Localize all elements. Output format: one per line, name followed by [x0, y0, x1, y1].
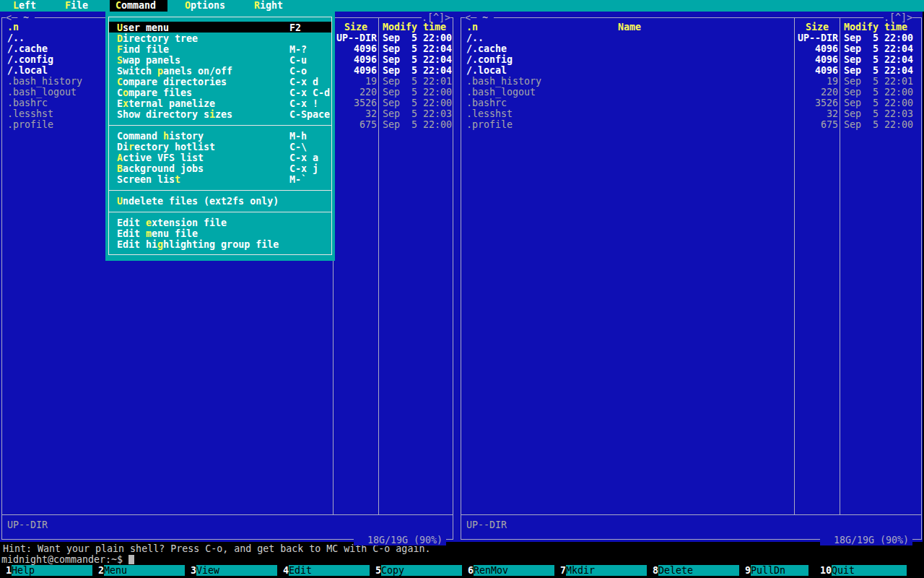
command-dropdown-menu: User menuF2Directory treeFind fileM-?Swa… — [105, 12, 335, 261]
menu-separator — [108, 190, 332, 191]
fnkey-5-copy[interactable]: Copy — [381, 565, 462, 576]
menubar-item-command[interactable]: Command — [110, 0, 167, 12]
file-size[interactable]: 220 — [751, 87, 838, 98]
menu-item-shortcut: C-x ! — [289, 98, 318, 109]
file-size[interactable]: 3526 — [751, 98, 838, 108]
file-name[interactable]: .bash_logout — [466, 87, 793, 98]
menu-item-edit-highlighting-group-file[interactable]: Edit highlighting group file — [117, 239, 325, 250]
hotkey-letter: C — [117, 77, 123, 87]
file-mtime[interactable]: Sep 5 22:00 — [844, 119, 913, 130]
file-mtime[interactable]: Sep 5 22:04 — [383, 43, 452, 54]
file-size[interactable]: 19 — [751, 76, 838, 87]
menu-item-shortcut: C-x j — [289, 163, 318, 174]
file-name[interactable]: .profile — [466, 119, 793, 130]
column-header-size[interactable]: Size — [334, 22, 378, 33]
hotkey-letter: R — [254, 0, 260, 11]
menu-separator — [108, 212, 332, 212]
file-name[interactable]: /.. — [466, 33, 793, 43]
menu-item-shortcut: C-\ — [289, 142, 307, 152]
menu-item-undelete-files-ext2fs-only[interactable]: Undelete files (ext2fs only) — [117, 196, 325, 207]
file-name[interactable]: .bashrc — [466, 98, 793, 108]
file-mtime[interactable]: Sep 5 22:00 — [383, 119, 452, 130]
menu-item-shortcut: M-h — [289, 131, 307, 142]
file-size[interactable]: UP--DIR — [751, 33, 838, 43]
file-mtime[interactable]: Sep 5 22:04 — [844, 54, 913, 65]
file-size[interactable]: 4096 — [751, 65, 838, 76]
file-mtime[interactable]: Sep 5 22:00 — [383, 87, 452, 98]
fnkey-1-help[interactable]: Help — [12, 565, 92, 576]
fnkey-number-1: 1 — [0, 565, 12, 576]
file-mtime[interactable]: Sep 5 22:04 — [844, 43, 913, 54]
file-mtime[interactable]: Sep 5 22:01 — [844, 76, 913, 87]
hotkey-letter: C — [116, 0, 121, 11]
file-name[interactable]: /.config — [466, 54, 793, 65]
fnkey-number-3: 3 — [185, 565, 196, 576]
mini-status-separator — [2, 514, 453, 515]
fnkey-9-pulldn[interactable]: PullDn — [751, 565, 808, 576]
fnkey-number-6: 6 — [462, 565, 474, 576]
menubar-item-options[interactable]: Options — [179, 0, 237, 12]
hotkey-letter: g — [157, 239, 163, 250]
hotkey-letter: F — [117, 44, 123, 55]
fnkey-7-mkdir[interactable]: Mkdir — [566, 565, 647, 576]
menu-item-edit-extension-file[interactable]: Edit extension file — [117, 217, 325, 228]
fnkey-6-renmov[interactable]: RenMov — [474, 565, 554, 576]
menu-item-shortcut: C-x a — [289, 152, 318, 163]
file-mtime[interactable]: Sep 5 22:00 — [844, 98, 913, 108]
file-mtime[interactable]: Sep 5 22:04 — [383, 65, 452, 76]
column-header-name[interactable]: Name — [466, 22, 793, 33]
command-input[interactable]: midnight@commander:~$ — [1, 554, 123, 565]
hotkey-letter: A — [117, 152, 123, 163]
hotkey-letter: t — [175, 174, 180, 185]
file-mtime[interactable]: Sep 5 22:00 — [844, 87, 913, 98]
menu-item-shortcut: F2 — [289, 22, 301, 33]
disk-usage: 18G/19G (90%) — [354, 535, 446, 545]
file-mtime[interactable]: Sep 5 22:00 — [383, 33, 452, 43]
fnkey-4-edit[interactable]: Edit — [289, 565, 370, 576]
menu-item-shortcut: M-? — [289, 44, 307, 55]
menu-item-shortcut: C-u — [289, 55, 307, 66]
file-mtime[interactable]: Sep 5 22:00 — [844, 33, 913, 43]
terminal-cursor — [128, 555, 134, 564]
menubar-item-right[interactable]: Right — [248, 0, 295, 12]
hotkey-letter: r — [128, 142, 134, 152]
file-name[interactable]: .bash_history — [466, 76, 793, 87]
column-header-mtime[interactable]: Modify time — [844, 22, 907, 33]
file-mtime[interactable]: Sep 5 22:03 — [383, 108, 452, 119]
menubar-item-file[interactable]: File — [59, 0, 100, 12]
midnight-commander-screen: <─ ~ .[^]>.nNameSizeModify time/..UP--DI… — [0, 0, 924, 578]
fnkey-10-quit[interactable]: Quit — [832, 565, 907, 576]
hotkey-letter: x — [123, 98, 128, 109]
fnkey-number-7: 7 — [554, 565, 566, 576]
file-name[interactable]: /.local — [466, 65, 793, 76]
fnkey-8-delete[interactable]: Delete — [658, 565, 739, 576]
menu-item-shortcut: C-x d — [289, 77, 318, 87]
menubar-item-left[interactable]: Left — [7, 0, 48, 12]
menubar: LeftFileCommandOptionsRight — [0, 0, 924, 12]
file-size[interactable]: 4096 — [751, 54, 838, 65]
file-mtime[interactable]: Sep 5 22:04 — [844, 65, 913, 76]
file-name[interactable]: /.cache — [466, 43, 793, 54]
file-mtime[interactable]: Sep 5 22:04 — [383, 54, 452, 65]
column-header-size[interactable]: Size — [796, 22, 839, 33]
fnkey-number-9: 9 — [739, 565, 751, 576]
menu-separator — [108, 125, 332, 126]
hotkey-letter: i — [209, 109, 215, 120]
disk-usage: 18G/19G (90%) — [820, 535, 912, 545]
column-header-mtime[interactable]: Modify time — [383, 22, 446, 33]
hotkey-letter: O — [185, 0, 191, 11]
fnkey-2-menu[interactable]: Menu — [104, 565, 185, 576]
fnkey-number-2: 2 — [92, 565, 104, 576]
fnkey-3-view[interactable]: View — [196, 565, 277, 576]
menu-item-directory-tree[interactable]: Directory tree — [117, 33, 325, 44]
menu-item-edit-menu-file[interactable]: Edit menu file — [117, 228, 325, 239]
file-size[interactable]: 4096 — [751, 43, 838, 54]
file-mtime[interactable]: Sep 5 22:00 — [383, 98, 452, 108]
file-mtime[interactable]: Sep 5 22:03 — [844, 108, 913, 119]
file-size[interactable]: 675 — [751, 119, 838, 130]
file-size[interactable]: 32 — [751, 108, 838, 119]
file-mtime[interactable]: Sep 5 22:01 — [383, 76, 452, 87]
menu-item-shortcut: C-x C-d — [289, 87, 330, 98]
file-name[interactable]: .lesshst — [466, 108, 793, 119]
hotkey-letter: p — [157, 66, 163, 77]
